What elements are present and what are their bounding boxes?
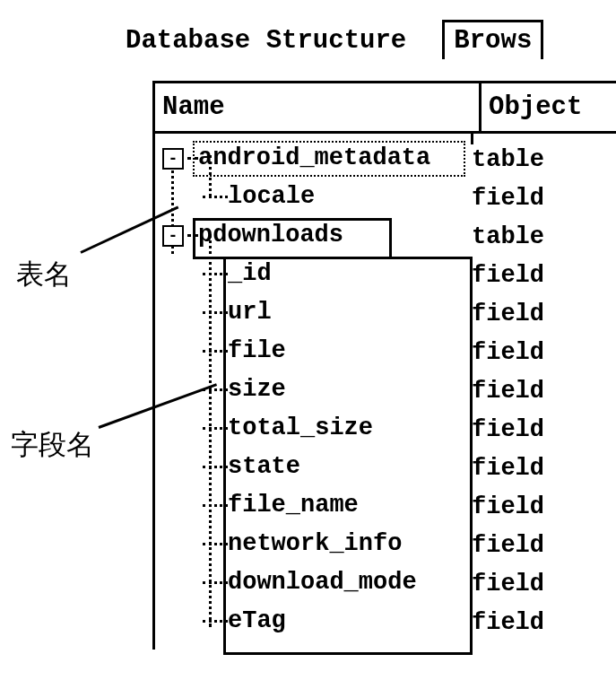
node-label: network_info: [228, 525, 402, 563]
tree-node-field[interactable]: size: [162, 371, 472, 409]
tree-connector: [203, 581, 228, 584]
object-type: field: [472, 257, 614, 295]
structure-panel: Name Object - android_metadata locale: [152, 81, 616, 650]
tree-node-table[interactable]: - pdownloads: [162, 216, 472, 255]
node-label: android_metadata: [198, 139, 430, 178]
tree-connector: [203, 466, 228, 468]
tab-label: Database Structure: [126, 26, 406, 56]
tree-node-field[interactable]: file_name: [162, 486, 472, 525]
tree-body: - android_metadata locale - pdownloads _…: [155, 134, 616, 650]
node-label: eTag: [228, 602, 286, 641]
tree-connector: [203, 273, 228, 275]
tree-node-field[interactable]: download_mode: [162, 563, 472, 602]
header-object[interactable]: Object: [482, 83, 616, 131]
tree-connector: [203, 543, 228, 545]
tree-node-field[interactable]: total_size: [162, 409, 472, 448]
tree-connector: [203, 620, 228, 623]
node-label: url: [228, 293, 272, 332]
tree-node-field[interactable]: network_info: [162, 525, 472, 563]
tab-browse[interactable]: Brows: [442, 20, 543, 59]
object-type: field: [472, 179, 614, 218]
tree-node-field[interactable]: file: [162, 332, 472, 371]
tree-node-field[interactable]: state: [162, 448, 472, 486]
tree-node-table[interactable]: - android_metadata: [162, 139, 472, 178]
annotation-field-name: 字段名: [11, 426, 94, 464]
tree-connector: [203, 196, 228, 198]
tree-connector: [187, 234, 198, 237]
object-type: field: [472, 411, 614, 449]
tree-connector: [203, 311, 228, 314]
node-label: locale: [228, 178, 315, 216]
object-type: table: [472, 141, 614, 179]
node-label: file: [228, 332, 286, 371]
header-name[interactable]: Name: [155, 83, 482, 131]
name-column: - android_metadata locale - pdownloads _…: [162, 139, 472, 642]
node-label: state: [228, 448, 300, 486]
object-type: field: [472, 449, 614, 488]
table-header: Name Object: [155, 83, 616, 134]
object-type: field: [472, 488, 614, 527]
node-label: pdownloads: [198, 216, 343, 255]
tree-node-field[interactable]: locale: [162, 178, 472, 216]
tree-connector: [187, 157, 198, 160]
object-column: table field table field field field fiel…: [472, 139, 614, 642]
node-label: size: [228, 371, 286, 409]
tree-node-field[interactable]: _id: [162, 255, 472, 293]
node-label: total_size: [228, 409, 373, 448]
tab-database-structure[interactable]: Database Structure: [117, 22, 415, 59]
node-label: _id: [228, 255, 272, 293]
tab-label: Brows: [454, 26, 532, 56]
tree-connector: [203, 350, 228, 353]
tree-node-field[interactable]: url: [162, 293, 472, 332]
object-type: field: [472, 527, 614, 565]
tree-connector: [203, 504, 228, 507]
annotation-table-name: 表名: [16, 256, 72, 293]
object-type: field: [472, 604, 614, 642]
object-type: table: [472, 218, 614, 257]
object-type: field: [472, 295, 614, 334]
tree-node-field[interactable]: eTag: [162, 602, 472, 641]
tree-connector: [203, 427, 228, 430]
node-label: download_mode: [228, 563, 417, 602]
collapse-icon[interactable]: -: [162, 225, 184, 247]
collapse-icon[interactable]: -: [162, 148, 184, 170]
tabs-container: Database Structure Brows: [117, 20, 543, 59]
object-type: field: [472, 565, 614, 604]
node-label: file_name: [228, 486, 359, 525]
object-type: field: [472, 372, 614, 411]
object-type: field: [472, 334, 614, 372]
